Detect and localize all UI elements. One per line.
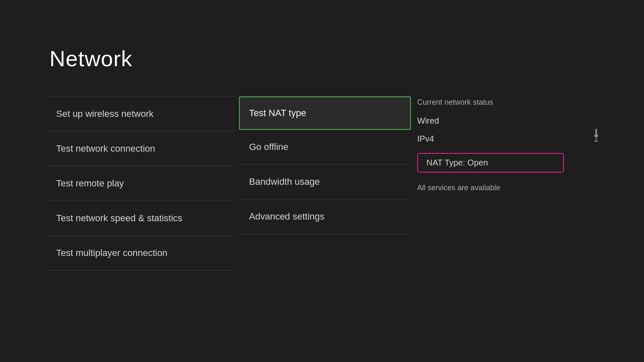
nat-type-badge: NAT Type: Open: [417, 153, 564, 173]
headset-icon: [590, 128, 602, 145]
middle-menu: Test NAT type Go offline Bandwidth usage…: [239, 96, 411, 234]
menu-item-test-connection[interactable]: Test network connection: [46, 132, 235, 166]
connection-type: Wired: [417, 115, 564, 127]
status-panel-title: Current network status: [417, 96, 564, 109]
menu-item-test-network-speed[interactable]: Test network speed & statistics: [46, 201, 235, 236]
menu-item-test-multiplayer[interactable]: Test multiplayer connection: [46, 236, 235, 271]
svg-rect-1: [594, 134, 598, 137]
svg-rect-2: [596, 137, 597, 141]
ip-version: IPv4: [417, 133, 564, 145]
svg-rect-3: [594, 141, 598, 142]
status-panel: Current network status Wired IPv4 NAT Ty…: [417, 96, 564, 192]
menu-item-test-remote-play[interactable]: Test remote play: [46, 166, 235, 201]
menu-item-bandwidth-usage[interactable]: Bandwidth usage: [239, 165, 411, 199]
menu-item-test-nat[interactable]: Test NAT type: [239, 96, 411, 130]
services-status: All services are available: [417, 184, 564, 192]
menu-item-setup-wireless[interactable]: Set up wireless network: [46, 96, 235, 132]
menu-item-go-offline[interactable]: Go offline: [239, 130, 411, 165]
page-title: Network: [49, 46, 132, 71]
left-menu: Set up wireless network Test network con…: [46, 96, 235, 271]
menu-item-advanced-settings[interactable]: Advanced settings: [239, 199, 411, 234]
